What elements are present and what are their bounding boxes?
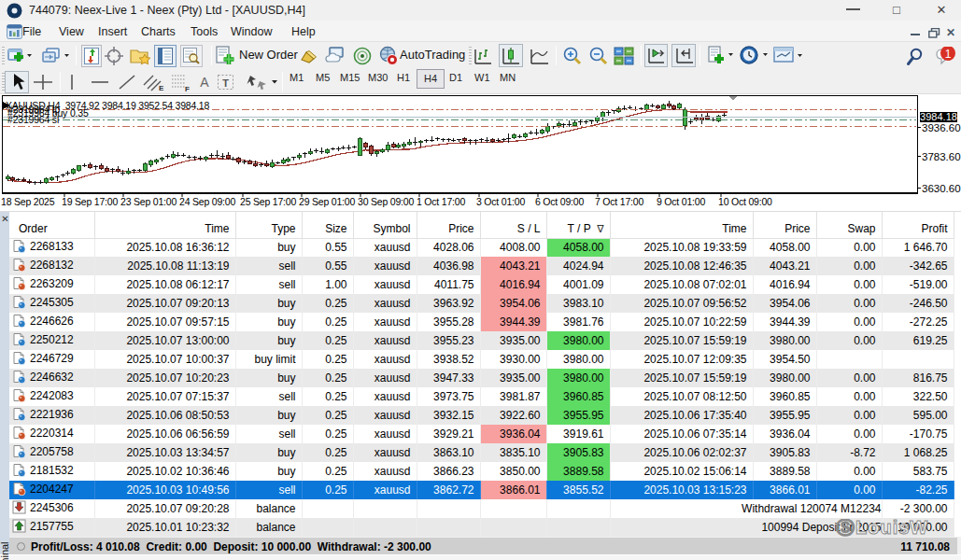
svg-text:A: A (200, 75, 209, 90)
svg-text:T: T (222, 77, 229, 89)
svg-text:ⓈLouisW: ⓈLouisW (836, 519, 928, 538)
svg-text:F: F (185, 85, 190, 92)
svg-text:Terminal: Terminal (0, 541, 9, 560)
svg-text:1: 1 (945, 48, 952, 61)
svg-text:E: E (159, 84, 164, 92)
